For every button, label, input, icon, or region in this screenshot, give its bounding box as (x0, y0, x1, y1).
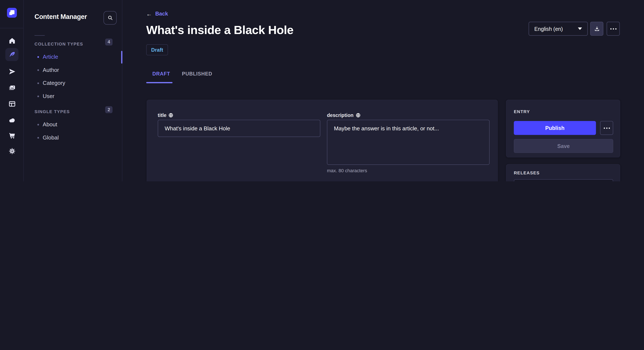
download-icon (594, 26, 600, 32)
sidebar-item-label: About (43, 121, 57, 128)
tab-published[interactable]: PUBLISHED (182, 71, 212, 77)
bullet-icon (38, 82, 39, 84)
edit-form-panel: title What's inside a Black Hole descrip… (147, 100, 498, 181)
bullet-icon (38, 137, 39, 138)
description-hint: max. 80 characters (327, 168, 367, 173)
description-textarea[interactable]: Maybe the answer is in this article, or … (327, 120, 490, 165)
page-title: What's inside a Black Hole (146, 23, 294, 37)
sidebar-item-category[interactable]: Category (38, 80, 66, 86)
sidebar-item-user[interactable]: User (38, 93, 54, 99)
globe-icon (356, 113, 360, 118)
gear-icon[interactable] (5, 144, 18, 158)
sidebar-item-label: User (43, 93, 54, 99)
sidebar-item-author[interactable]: Author (38, 67, 59, 73)
sidebar-item-label: Category (43, 80, 66, 86)
layout-icon[interactable] (5, 97, 18, 110)
bullet-icon (38, 124, 39, 125)
search-button[interactable] (104, 11, 117, 25)
content-manager-nav-active[interactable] (5, 48, 18, 61)
sidebar-divider (34, 35, 45, 36)
collection-types-count: 4 (105, 38, 113, 45)
single-types-heading: SINGLE TYPES (34, 109, 70, 114)
strapi-logo-icon[interactable] (7, 8, 17, 18)
description-field-label: description (327, 112, 360, 118)
app-window: KD Content Manager COLLECTION TYPES 4 Ar… (0, 0, 644, 181)
nav-rail: KD (0, 0, 24, 181)
tab-active-underline (146, 82, 172, 83)
arrow-left-icon: ← (146, 11, 152, 16)
main-content: ← Back What's inside a Black Hole Draft … (122, 0, 644, 181)
sidebar-item-global[interactable]: Global (38, 135, 59, 141)
sidebar-item-article[interactable]: Article (38, 54, 58, 60)
publish-button[interactable]: Publish (514, 121, 596, 135)
entry-panel: ENTRY Publish Save (506, 100, 620, 158)
search-icon (107, 15, 113, 21)
title-input[interactable]: What's inside a Black Hole (158, 120, 320, 137)
globe-icon (168, 113, 173, 118)
more-icon (604, 127, 610, 129)
description-value: Maybe the answer is in this article, or … (334, 126, 439, 132)
cart-icon[interactable] (5, 129, 18, 142)
sidebar-title: Content Manager (34, 13, 87, 21)
tab-draft[interactable]: DRAFT (152, 71, 170, 77)
locale-select[interactable]: English (en) (528, 22, 588, 36)
locale-value: English (en) (534, 26, 563, 32)
header-more-button[interactable] (607, 22, 620, 36)
media-library-icon[interactable] (5, 81, 18, 94)
releases-panel: RELEASES Will be published in Spring Sum… (506, 164, 620, 181)
entry-heading: ENTRY (514, 109, 530, 114)
home-icon[interactable] (5, 34, 18, 47)
entry-more-button[interactable] (600, 121, 613, 135)
rail-divider (0, 28, 24, 28)
sidebar-item-label: Author (43, 67, 59, 73)
bullet-icon (38, 69, 39, 71)
title-input-value: What's inside a Black Hole (164, 125, 230, 131)
send-icon[interactable] (5, 65, 18, 78)
collection-types-heading: COLLECTION TYPES (34, 41, 83, 46)
bullet-icon (38, 95, 39, 97)
back-label: Back (155, 11, 168, 17)
bullet-icon (38, 56, 39, 58)
export-button[interactable] (590, 22, 603, 36)
more-icon (610, 28, 616, 29)
sidebar-item-about[interactable]: About (38, 121, 57, 128)
save-button[interactable]: Save (514, 139, 613, 153)
feather-icon (8, 51, 16, 58)
back-button[interactable]: ← Back (146, 11, 168, 17)
title-field-label: title (158, 112, 174, 118)
status-badge: Draft (146, 44, 168, 55)
releases-heading: RELEASES (514, 170, 540, 175)
cloud-icon[interactable] (5, 114, 18, 127)
sidebar-item-label: Article (43, 54, 58, 60)
single-types-count: 2 (105, 106, 113, 113)
release-card: Will be published in Spring Summer highl… (514, 179, 613, 181)
sidebar-item-label: Global (43, 135, 59, 141)
release-status: Will be published in (514, 180, 613, 181)
chevron-down-icon (578, 27, 582, 30)
content-manager-sidebar: Content Manager COLLECTION TYPES 4 Artic… (24, 0, 122, 181)
